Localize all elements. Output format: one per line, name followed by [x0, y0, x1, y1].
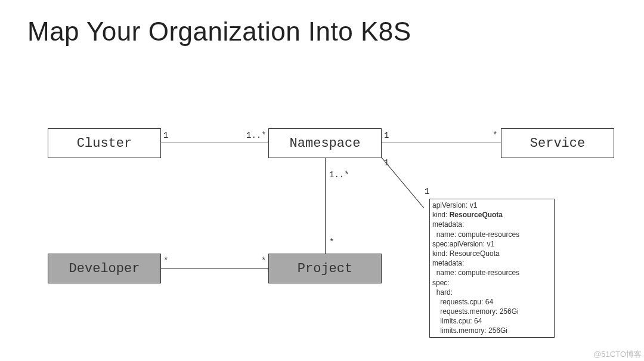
code-l12: requests.memory: 256Gi [432, 307, 519, 316]
box-resourcequota-code: apiVersion: v1 kind: ResourceQuota metad… [429, 199, 555, 338]
mult-ns-proj-bottom: * [329, 237, 334, 247]
mult-dev-proj-right: * [261, 256, 266, 266]
code-l2b: ResourceQuota [450, 211, 503, 219]
mult-ns-service-right: * [493, 131, 497, 140]
code-l7: metadata: [432, 259, 464, 267]
code-l1: apiVersion: v1 [432, 201, 477, 209]
edge-namespace-project [325, 158, 326, 254]
code-l11: requests.cpu: 64 [432, 298, 493, 306]
code-l13: limits.cpu: 64 [432, 317, 482, 325]
mult-cluster-ns-right: 1..* [246, 131, 267, 140]
mult-ns-proj-top: 1..* [329, 170, 349, 180]
box-project: Project [268, 254, 382, 283]
mult-cluster-ns-left: 1 [163, 131, 168, 140]
edge-cluster-namespace [161, 143, 268, 143]
code-l8: name: compute-resources [432, 269, 519, 277]
mult-dev-proj-left: * [163, 256, 168, 266]
code-l4: name: compute-resources [432, 230, 519, 239]
page-title: Map Your Organization Into K8S [27, 17, 411, 47]
box-cluster: Cluster [48, 128, 161, 158]
code-l14: limits.memory: 256Gi [432, 326, 507, 335]
box-developer-label: Developer [69, 261, 140, 276]
mult-ns-service-left: 1 [384, 131, 389, 140]
code-l3: metadata: [432, 220, 464, 229]
box-service-label: Service [530, 136, 585, 151]
box-cluster-label: Cluster [77, 136, 132, 151]
box-namespace-label: Namespace [290, 136, 361, 151]
code-l10: hard: [432, 288, 453, 297]
code-l5: spec:apiVersion: v1 [432, 240, 494, 248]
watermark: @51CTO博客 [593, 349, 642, 360]
mult-ns-code-top: 1 [384, 158, 389, 168]
code-l9: spec: [432, 279, 450, 287]
mult-ns-code-bottom: 1 [425, 187, 429, 196]
code-l6: kind: ResourceQuota [432, 249, 500, 258]
box-developer: Developer [48, 254, 161, 283]
code-l2a: kind: [432, 211, 450, 219]
box-namespace: Namespace [268, 128, 382, 158]
box-service: Service [501, 128, 614, 158]
box-project-label: Project [298, 261, 352, 276]
edge-namespace-service [382, 143, 501, 143]
edge-developer-project [161, 268, 268, 269]
